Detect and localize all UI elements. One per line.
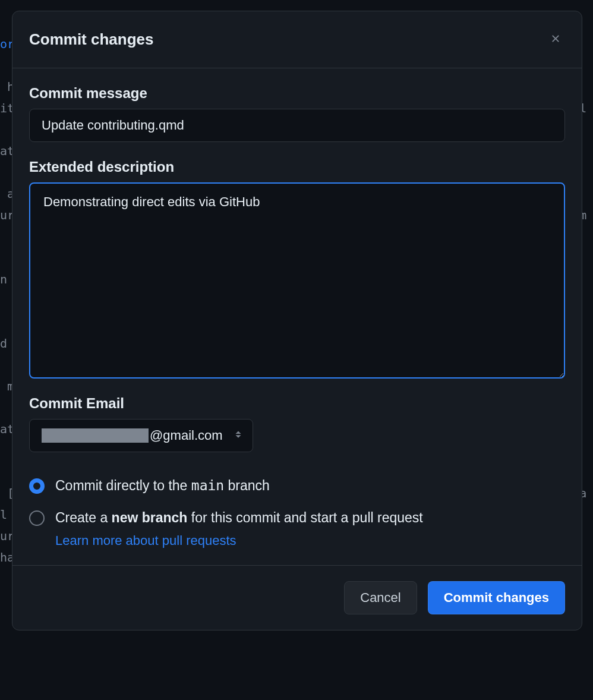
radio-commit-direct[interactable]: Commit directly to the main branch bbox=[29, 476, 565, 495]
close-icon bbox=[550, 33, 562, 46]
dialog-body: Commit message Extended description Comm… bbox=[12, 68, 582, 565]
extended-description-input[interactable] bbox=[29, 182, 565, 379]
extended-description-group: Extended description bbox=[29, 159, 565, 379]
dialog-header: Commit changes bbox=[12, 11, 582, 68]
radio-direct-content: Commit directly to the main branch bbox=[55, 476, 270, 495]
commit-changes-button[interactable]: Commit changes bbox=[428, 581, 565, 614]
commit-changes-dialog: Commit changes Commit message Extended d… bbox=[12, 11, 582, 630]
radio-direct-label: Commit directly to the main branch bbox=[55, 476, 270, 495]
dialog-footer: Cancel Commit changes bbox=[12, 565, 582, 630]
dialog-title: Commit changes bbox=[29, 30, 154, 49]
radio-indicator-checked bbox=[29, 478, 45, 494]
extended-description-label: Extended description bbox=[29, 159, 565, 175]
branch-name: main bbox=[191, 478, 224, 493]
commit-message-label: Commit message bbox=[29, 85, 565, 102]
commit-email-label: Commit Email bbox=[29, 395, 565, 412]
commit-email-select[interactable]: @gmail.com bbox=[29, 419, 253, 452]
email-domain: @gmail.com bbox=[150, 428, 223, 443]
radio-indicator-unchecked bbox=[29, 510, 45, 526]
radio-new-branch-label: Create a new branch for this commit and … bbox=[55, 508, 423, 527]
close-button[interactable] bbox=[546, 29, 565, 50]
redacted-email-local bbox=[42, 428, 149, 443]
branch-radio-group: Commit directly to the main branch Creat… bbox=[29, 476, 565, 548]
commit-email-select-wrapper: @gmail.com bbox=[29, 419, 253, 452]
cancel-button[interactable]: Cancel bbox=[344, 581, 417, 614]
radio-new-branch[interactable]: Create a new branch for this commit and … bbox=[29, 508, 565, 548]
commit-message-input[interactable] bbox=[29, 109, 565, 142]
commit-email-group: Commit Email @gmail.com bbox=[29, 395, 565, 452]
learn-more-link[interactable]: Learn more about pull requests bbox=[55, 533, 423, 548]
commit-message-group: Commit message bbox=[29, 85, 565, 142]
radio-new-branch-content: Create a new branch for this commit and … bbox=[55, 508, 423, 548]
